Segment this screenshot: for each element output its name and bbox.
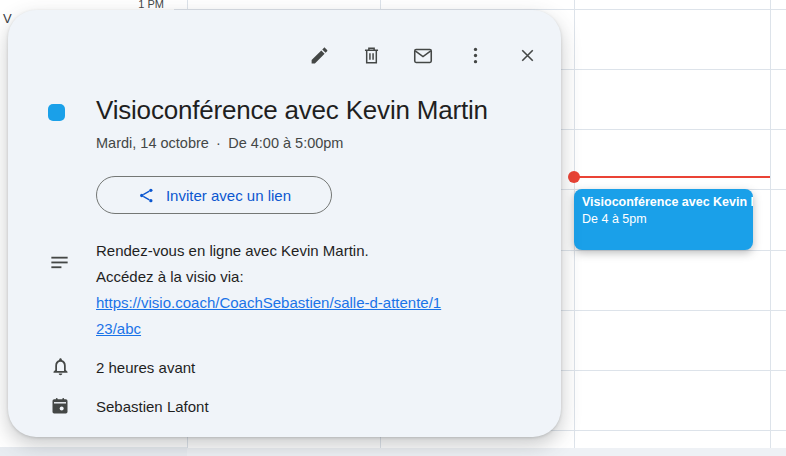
event-datetime: Mardi, 14 octobre · De 4:00 à 5:00pm [96,135,343,151]
bell-icon [50,356,71,381]
trash-icon [361,45,382,69]
delete-button[interactable] [357,43,385,71]
event-title: Visioconférence avec Kevin Martin [96,94,558,126]
meeting-link[interactable]: https://visio.coach/CoachSebastien/salle… [96,294,441,337]
pencil-icon [309,45,330,69]
calendar-bottom-edge-corner [0,447,187,456]
calendar-icon [50,396,70,420]
envelope-icon [412,45,434,70]
description-line: Accédez à la visio via: [96,264,444,290]
grid-line [770,0,771,448]
reminder-text: 2 heures avant [96,359,195,376]
edit-button[interactable] [305,43,333,71]
description-line: Rendez-vous en ligne avec Kevin Martin. [96,238,444,264]
close-icon [517,45,538,69]
event-chip-title: Visioconférence avec Kevin Martin [582,193,745,211]
event-chip-time: De 4 à 5pm [582,211,745,228]
popup-toolbar [305,43,541,71]
event-color-swatch [48,104,65,121]
invite-with-link-button[interactable]: Inviter avec un lien [96,176,332,214]
event-chip[interactable]: Visioconférence avec Kevin Martin De 4 à… [574,189,753,250]
invite-button-label: Inviter avec un lien [166,187,291,204]
calendar-screen: 1 PM V Visioconférence avec Kevin Martin… [0,0,786,456]
organizer-name: Sebastien Lafont [96,398,209,415]
event-description: Rendez-vous en ligne avec Kevin Martin. … [96,238,444,342]
email-button[interactable] [409,43,437,71]
now-indicator-dot [568,171,580,183]
close-button[interactable] [513,43,541,71]
notes-icon [48,251,71,278]
event-details-popup: Visioconférence avec Kevin Martin Mardi,… [8,10,561,437]
share-icon [137,186,156,205]
now-indicator-line [574,176,770,178]
kebab-menu-icon [465,45,486,69]
more-options-button[interactable] [461,43,489,71]
